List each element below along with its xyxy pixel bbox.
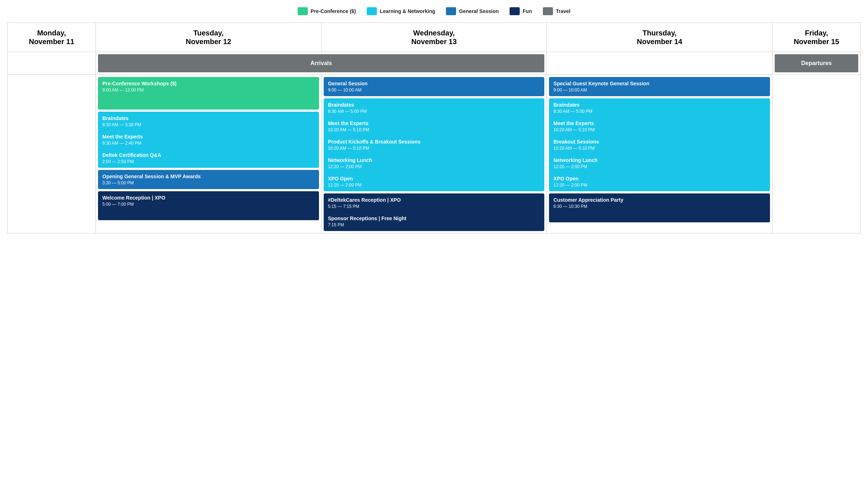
- thu-fun-block: Customer Appreciation Party 6:30 — 10:30…: [549, 193, 770, 222]
- header-tuesday: Tuesday, November 12: [96, 23, 322, 52]
- tuesday-day: Tuesday,: [193, 29, 224, 37]
- wed-general-block: General Session 9:00 — 10:00 AM: [324, 77, 545, 96]
- wednesday-day: Wednesday,: [413, 29, 455, 37]
- wed-productkickoffs-title: Product Kickoffs & Breakout Sessions: [328, 139, 540, 145]
- thu-general-time: 9:00 — 10:00 AM: [553, 87, 766, 93]
- thursday-cell-inner: Special Guest Keynote General Session 9:…: [547, 75, 772, 225]
- friday-departures-cell: Departures: [772, 52, 860, 75]
- preconf-swatch: [298, 7, 308, 15]
- wed-general-time: 9:00 — 10:00 AM: [328, 87, 540, 93]
- arrivals-label: Arrivals: [310, 60, 332, 66]
- wed-fun-block: #DeltekCares Reception | XPO 5:15 — 7:15…: [324, 193, 545, 231]
- legend-item-travel: Travel: [543, 7, 570, 15]
- friday-day: Friday,: [805, 29, 828, 37]
- thu-fun-title: Customer Appreciation Party: [553, 197, 766, 203]
- schedule-table: Monday, November 11 Tuesday, November 12…: [7, 22, 861, 234]
- legend-item-general: General Session: [446, 7, 499, 15]
- tuesday-learning-block: Braindates 8:30 AM — 3:30 PM Meet the Ex…: [98, 112, 319, 168]
- legend-item-fun: Fun: [510, 7, 532, 15]
- header-friday: Friday, November 15: [772, 23, 860, 52]
- thu-fun-time: 6:30 — 10:30 PM: [553, 204, 766, 209]
- thu-xpoopen-title: XPO Open: [553, 176, 766, 181]
- wed-braindates-time: 8:30 AM — 5:00 PM: [328, 109, 540, 114]
- learning-swatch: [367, 7, 377, 15]
- thu-breakoutsessions-time: 10:20 AM — 5:10 PM: [553, 146, 766, 151]
- wed-networkinglunch-title: Networking Lunch: [328, 157, 540, 163]
- preconf-time: 9:00 AM — 12:00 PM: [102, 87, 315, 93]
- general-label: General Session: [459, 8, 499, 14]
- tuesday-date: November 12: [186, 38, 231, 46]
- thu-breakoutsessions-title: Breakout Sessions: [553, 139, 766, 145]
- wednesday-cell-inner: General Session 9:00 — 10:00 AM Braindat…: [322, 75, 547, 233]
- header-thursday: Thursday, November 14: [547, 23, 773, 52]
- thu-meetexperts-time: 10:20 AM — 5:10 PM: [553, 127, 766, 132]
- wed-fun-title1: #DeltekCares Reception | XPO: [328, 197, 540, 203]
- friday-date: November 15: [794, 38, 839, 46]
- general-swatch: [446, 7, 456, 15]
- wed-networkinglunch-time: 12:20 — 2:00 PM: [328, 164, 540, 169]
- tuesday-cell-inner: Pre-Conference Workshops ($) 9:00 AM — 1…: [96, 75, 321, 222]
- wed-meetexperts-time: 10:20 AM — 5:10 PM: [328, 127, 540, 132]
- thu-general-block: Special Guest Keynote General Session 9:…: [549, 77, 770, 96]
- wed-general-title: General Session: [328, 81, 540, 86]
- wed-productkickoffs-time: 10:20 AM — 5:10 PM: [328, 146, 540, 151]
- legend-item-learning: Learning & Networking: [367, 7, 435, 15]
- monday-day: Monday,: [37, 29, 66, 37]
- thursday-arrivals-cell: [547, 52, 773, 75]
- tuesday-fun-title: Welcome Reception | XPO: [102, 195, 315, 201]
- wed-fun-time2: 7:15 PM: [328, 222, 540, 227]
- thu-braindates-time: 8:30 AM — 5:00 PM: [553, 109, 766, 114]
- fun-label: Fun: [523, 8, 532, 14]
- wed-learning-block: Braindates 8:30 AM — 5:00 PM Meet the Ex…: [324, 98, 545, 191]
- wed-fun-title2: Sponsor Receptions | Free Night: [328, 215, 540, 221]
- preconf-label: Pre-Conference ($): [311, 8, 356, 14]
- tuesday-braindates-time: 8:30 AM — 3:30 PM: [102, 122, 315, 127]
- wed-fun-time1: 5:15 — 7:15 PM: [328, 204, 540, 209]
- departures-block: Departures: [775, 54, 858, 72]
- travel-label: Travel: [556, 8, 570, 14]
- learning-label: Learning & Networking: [380, 8, 435, 14]
- monday-date: November 11: [29, 38, 75, 46]
- tuesday-general-time: 3:30 — 5:00 PM: [102, 180, 315, 185]
- preconf-block: Pre-Conference Workshops ($) 9:00 AM — 1…: [98, 77, 319, 110]
- legend: Pre-Conference ($) Learning & Networking…: [7, 7, 861, 15]
- header-wednesday: Wednesday, November 13: [321, 23, 547, 52]
- wednesday-events-cell: General Session 9:00 — 10:00 AM Braindat…: [321, 75, 547, 234]
- thursday-date: November 14: [637, 38, 682, 46]
- thursday-events-cell: Special Guest Keynote General Session 9:…: [547, 75, 773, 234]
- tuesday-meetexperts-time: 8:30 AM — 2:40 PM: [102, 141, 315, 146]
- thu-learning-block: Braindates 8:30 AM — 5:00 PM Meet the Ex…: [549, 98, 770, 191]
- friday-events-cell: [772, 75, 860, 234]
- header-monday: Monday, November 11: [8, 23, 96, 52]
- thu-xpoopen-time: 12:20 — 2:00 PM: [553, 183, 766, 188]
- legend-item-preconf: Pre-Conference ($): [298, 7, 356, 15]
- thu-meetexperts-title: Meet the Experts: [553, 120, 766, 126]
- tuesday-fun-time: 5:00 — 7:00 PM: [102, 202, 315, 207]
- arrivals-block: Arrivals: [98, 54, 544, 72]
- tuesday-deltekqa-title: Deltek Certification Q&A: [102, 152, 315, 158]
- preconf-title: Pre-Conference Workshops ($): [102, 81, 315, 86]
- thu-networkinglunch-time: 12:20 — 2:00 PM: [553, 164, 766, 169]
- arrivals-cell: Arrivals: [96, 52, 547, 75]
- thu-networkinglunch-title: Networking Lunch: [553, 157, 766, 163]
- events-row: Pre-Conference Workshops ($) 9:00 AM — 1…: [8, 75, 861, 234]
- departures-label: Departures: [801, 60, 831, 66]
- arrivals-row: Arrivals Departures: [8, 52, 861, 75]
- thursday-day: Thursday,: [643, 29, 677, 37]
- tuesday-fun-block: Welcome Reception | XPO 5:00 — 7:00 PM: [98, 191, 319, 220]
- fun-swatch: [510, 7, 520, 15]
- wednesday-date: November 13: [411, 38, 457, 46]
- tuesday-braindates-title: Braindates: [102, 115, 315, 121]
- wed-xpoopen-title: XPO Open: [328, 176, 540, 181]
- wed-braindates-title: Braindates: [328, 102, 540, 108]
- tuesday-general-title: Opening General Session & MVP Awards: [102, 174, 315, 179]
- tuesday-deltekqa-time: 2:00 — 2:50 PM: [102, 159, 315, 164]
- monday-events-cell: [8, 75, 96, 234]
- wed-xpoopen-time: 12:20 — 2:00 PM: [328, 183, 540, 188]
- monday-arrivals-cell: [8, 52, 96, 75]
- tuesday-events-cell: Pre-Conference Workshops ($) 9:00 AM — 1…: [96, 75, 322, 234]
- thu-braindates-title: Braindates: [553, 102, 766, 108]
- tuesday-meetexperts-title: Meet the Experts: [102, 134, 315, 140]
- thu-general-title: Special Guest Keynote General Session: [553, 81, 766, 86]
- travel-swatch: [543, 7, 553, 15]
